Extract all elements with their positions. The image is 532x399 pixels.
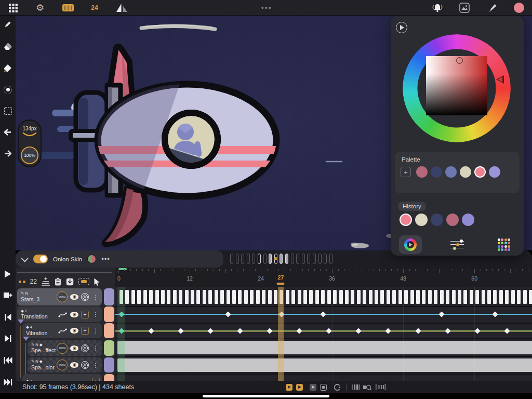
next-frame-button[interactable]: [0, 330, 16, 346]
track-vibration[interactable]: [115, 324, 532, 338]
selected-frame-icon[interactable]: [78, 278, 89, 285]
onion-frame-pill[interactable]: [280, 254, 283, 264]
layer-visibility-icon[interactable]: [70, 312, 78, 317]
frame-bar[interactable]: [173, 290, 177, 304]
effects-tool-icon[interactable]: [0, 82, 16, 98]
keyframe-diamond[interactable]: [148, 328, 154, 334]
keyframe-diamond[interactable]: [439, 311, 445, 317]
onion-frame-pill[interactable]: [318, 254, 322, 264]
projects-grid-icon[interactable]: [6, 0, 20, 16]
layer-menu-icon[interactable]: ⋮: [91, 344, 100, 352]
onion-skin-toggle[interactable]: [33, 255, 48, 263]
frame-bar[interactable]: [179, 290, 182, 304]
frame-bar[interactable]: [369, 290, 373, 304]
layer-visibility-icon[interactable]: [70, 328, 78, 334]
onion-frame-pill[interactable]: [302, 254, 305, 264]
onion-frame-pill[interactable]: [324, 254, 327, 264]
selection-tool-icon[interactable]: [0, 103, 16, 118]
frame-bar[interactable]: [315, 290, 319, 304]
onion-frame-pill[interactable]: [274, 254, 277, 264]
frame-bar[interactable]: [220, 290, 224, 304]
home-indicator[interactable]: [203, 395, 329, 397]
layer-opacity-dial[interactable]: 100%: [57, 291, 68, 302]
frame-bar[interactable]: [529, 290, 532, 304]
frame-bar[interactable]: [232, 290, 236, 304]
frame-bar[interactable]: [422, 290, 425, 304]
onion-frame-pill[interactable]: [230, 254, 233, 264]
jump-to-start-button[interactable]: [0, 352, 16, 368]
frame-bar[interactable]: [452, 290, 456, 304]
onion-frame-pill[interactable]: [247, 254, 250, 264]
fill-bucket-icon[interactable]: [0, 60, 16, 76]
onion-frame-pill[interactable]: [263, 254, 267, 264]
onion-frame-pill[interactable]: [291, 254, 294, 264]
palette-swatch[interactable]: [460, 166, 471, 178]
layer-onion-icon[interactable]: [81, 344, 89, 352]
frame-bar[interactable]: [517, 290, 521, 304]
brush-opacity-dial[interactable]: 100%: [21, 147, 38, 164]
play-button[interactable]: [0, 266, 16, 282]
onion-frame-pill[interactable]: [313, 254, 316, 264]
tab-color-wheel[interactable]: [399, 235, 422, 254]
add-keyframe-button[interactable]: +: [81, 327, 89, 335]
onion-frame-pill[interactable]: [285, 254, 288, 264]
timeline-ruler[interactable]: 0122436486027: [115, 268, 532, 287]
layer-color-tag[interactable]: [104, 323, 114, 338]
layer-panel-scrollbar[interactable]: [17, 272, 112, 273]
keyframe-diamond[interactable]: [237, 328, 243, 334]
onion-frame-pill[interactable]: [296, 254, 299, 264]
exposure-bar[interactable]: [117, 358, 532, 372]
group-expander-icon[interactable]: [18, 320, 24, 324]
frame-bar[interactable]: [357, 290, 361, 304]
frame-bar[interactable]: [143, 290, 147, 304]
frame-bar[interactable]: [196, 290, 200, 304]
frame-bar[interactable]: [351, 290, 354, 304]
layer-opacity-dial[interactable]: 100%: [57, 343, 68, 354]
onion-color-split-icon[interactable]: [87, 255, 96, 263]
frame-bar[interactable]: [286, 290, 289, 304]
saturation-value-square[interactable]: [426, 56, 487, 115]
onion-frame-pill[interactable]: [252, 254, 255, 264]
frame-bar[interactable]: [191, 290, 194, 304]
layer-color-tag[interactable]: [104, 288, 114, 305]
layer-visibility-icon[interactable]: [70, 294, 78, 300]
frame-bar[interactable]: [387, 290, 390, 304]
frame-bar[interactable]: [375, 290, 378, 304]
frame-bar[interactable]: [511, 290, 515, 304]
frame-bar[interactable]: [149, 290, 153, 304]
frame-bar[interactable]: [440, 290, 444, 304]
frame-bar[interactable]: [238, 290, 242, 304]
layer-menu-icon[interactable]: ⋮: [91, 327, 100, 335]
add-frame-button[interactable]: [0, 287, 16, 303]
layer-row-speed-effect[interactable]: ✎ N ◆ Spe...ffect 100% ⋮: [28, 340, 102, 356]
layer-visibility-icon[interactable]: [70, 345, 78, 351]
add-sheet-icon[interactable]: [42, 277, 50, 286]
keyframe-diamond[interactable]: [356, 328, 362, 334]
frame-bar[interactable]: [321, 290, 325, 304]
keyframe-diamond[interactable]: [492, 311, 498, 317]
onion-frame-pill[interactable]: [258, 254, 261, 264]
ping-pong-playback-icon[interactable]: [296, 384, 303, 391]
track-partial[interactable]: [115, 375, 532, 381]
frame-bar[interactable]: [250, 290, 254, 304]
keyframe-diamond[interactable]: [415, 328, 421, 334]
layer-onion-icon[interactable]: [81, 361, 89, 369]
history-swatch[interactable]: [462, 214, 474, 226]
onion-menu-dots[interactable]: •••: [101, 255, 110, 263]
frame-bar[interactable]: [298, 290, 301, 304]
frame-bar[interactable]: [125, 290, 129, 304]
layer-color-tag[interactable]: [104, 340, 114, 356]
frame-bar[interactable]: [155, 290, 159, 304]
frame-bar[interactable]: [268, 290, 272, 304]
import-sheet-icon[interactable]: [66, 278, 74, 286]
fps-indicator[interactable]: 24: [88, 0, 101, 16]
layer-row-stars[interactable]: ✎ N Stars_3 100% ⋮: [17, 288, 102, 305]
frame-bar[interactable]: [499, 290, 503, 304]
frame-bar[interactable]: [291, 290, 295, 304]
history-swatch[interactable]: [431, 214, 443, 226]
add-swatch-button[interactable]: +: [401, 167, 411, 177]
tab-sliders[interactable]: [446, 235, 469, 254]
clipboard-icon[interactable]: [55, 277, 61, 286]
redo-icon[interactable]: [0, 146, 16, 162]
toolbar-overflow-menu[interactable]: •••: [258, 0, 275, 16]
